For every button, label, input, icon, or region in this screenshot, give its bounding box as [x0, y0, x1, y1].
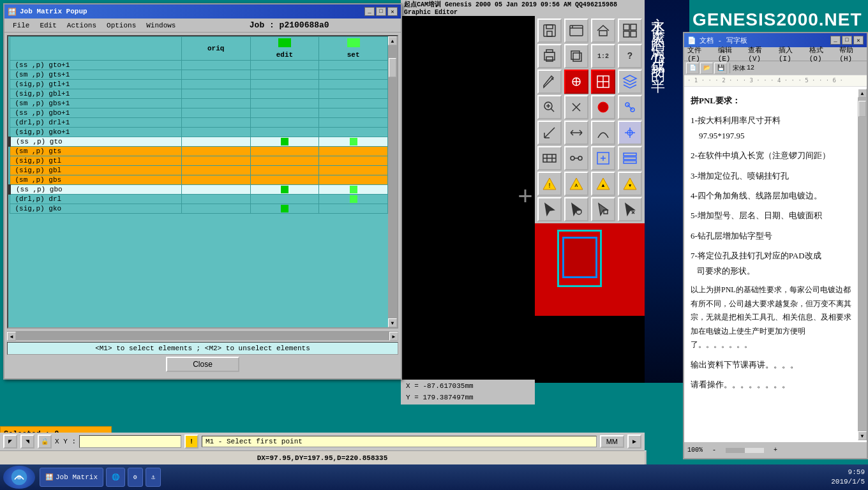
taskbar-btn-app2[interactable]: ⚙ [128, 468, 143, 487]
notepad-scrollbar[interactable]: ▲ ▼ [858, 89, 867, 440]
matrix-vscroll[interactable]: ▲ ▼ [388, 36, 397, 327]
notepad-menu-view[interactable]: 查看(V) [748, 45, 772, 63]
row-data-cell[interactable] [181, 195, 250, 204]
tool-copy[interactable] [564, 44, 588, 68]
tool-matrix[interactable] [537, 146, 562, 170]
tool-help[interactable]: ? [618, 44, 642, 68]
tool-drc2[interactable] [591, 146, 615, 170]
notepad-zoom-minus[interactable]: - [712, 447, 716, 454]
row-data-cell[interactable] [319, 80, 388, 89]
row-data-cell[interactable] [181, 118, 250, 128]
scroll-up-btn[interactable]: ▲ [388, 36, 397, 45]
expand-btn1[interactable]: ◤ [3, 434, 17, 449]
tool-save[interactable] [537, 19, 562, 43]
row-data-cell[interactable] [319, 147, 388, 156]
row-data-cell[interactable] [250, 89, 319, 99]
taskbar-btn-app3[interactable]: ⚓ [146, 468, 161, 487]
expand-right[interactable]: ▶ [627, 434, 641, 449]
taskbar-btn-job[interactable]: 🪟 Job Matrix [40, 468, 103, 487]
menu-edit[interactable]: Edit [34, 20, 61, 31]
hscroll-left[interactable]: ◀ [7, 332, 16, 341]
row-data-cell[interactable] [250, 61, 319, 70]
table-row[interactable]: (sm ,p) gbs [10, 175, 388, 185]
row-data-cell[interactable] [319, 70, 388, 80]
tool-red1[interactable] [564, 70, 588, 94]
row-data-cell[interactable] [181, 89, 250, 99]
row-data-cell[interactable] [250, 70, 319, 80]
row-data-cell[interactable] [319, 204, 388, 214]
notepad-menu-file[interactable]: 文件(F) [687, 45, 712, 63]
tool-angle[interactable] [537, 121, 562, 145]
tool-cursor3[interactable] [591, 197, 615, 221]
row-data-cell[interactable] [250, 195, 319, 204]
notepad-maximize[interactable]: □ [842, 36, 852, 45]
scroll-thumb[interactable] [389, 58, 396, 77]
table-row[interactable]: (sm ,p) gts [10, 147, 388, 156]
notepad-new[interactable]: 📄 [686, 63, 699, 74]
row-data-cell[interactable] [181, 166, 250, 175]
row-data-cell[interactable] [181, 147, 250, 156]
table-row[interactable]: (ss ,p) gbo [10, 185, 388, 195]
row-data-cell[interactable] [250, 156, 319, 166]
row-data-cell[interactable] [181, 108, 250, 118]
row-data-cell[interactable] [319, 108, 388, 118]
row-data-cell[interactable] [181, 137, 250, 147]
tool-cursor2[interactable] [564, 197, 588, 221]
notepad-scroll-down[interactable]: ▼ [858, 431, 867, 440]
row-data-cell[interactable] [250, 166, 319, 175]
tool-pen[interactable] [537, 70, 562, 94]
notepad-scroll-thumb[interactable] [858, 101, 866, 117]
scroll-down-btn[interactable]: ▼ [388, 318, 397, 327]
row-data-cell[interactable] [319, 195, 388, 204]
row-data-cell[interactable] [319, 89, 388, 99]
table-row[interactable]: (sig,p) gbl [10, 166, 388, 175]
row-data-cell[interactable] [319, 118, 388, 128]
row-data-cell[interactable] [250, 99, 319, 108]
menu-actions[interactable]: Actions [62, 20, 101, 31]
matrix-hscroll[interactable]: ◀ ▶ [7, 331, 398, 340]
table-row[interactable]: (ss ,p) gto [10, 137, 388, 147]
tool-layer2[interactable] [618, 146, 642, 170]
tool-arc[interactable] [591, 121, 615, 145]
lock-btn[interactable]: 🔒 [38, 434, 52, 449]
tool-layers[interactable] [618, 70, 642, 94]
row-data-cell[interactable] [181, 204, 250, 214]
tool-select[interactable] [537, 95, 562, 119]
row-data-cell[interactable] [250, 185, 319, 195]
tool-circle-red[interactable] [591, 95, 615, 119]
tool-ratio[interactable]: 1:2 [591, 44, 615, 68]
row-data-cell[interactable] [250, 118, 319, 128]
tool-delete[interactable] [564, 95, 588, 119]
row-data-cell[interactable] [250, 108, 319, 118]
notepad-menu-format[interactable]: 格式(O) [809, 45, 834, 63]
row-data-cell[interactable] [181, 156, 250, 166]
table-row[interactable]: (ss ,p) gto+1 [10, 61, 388, 70]
tool-home[interactable] [591, 19, 615, 43]
expand-btn2[interactable]: ◥ [20, 434, 34, 449]
menu-windows[interactable]: Windows [141, 20, 181, 31]
xy-input[interactable] [79, 435, 181, 448]
row-data-cell[interactable] [250, 204, 319, 214]
tool-open[interactable] [564, 19, 588, 43]
start-button[interactable] [3, 466, 35, 489]
input-warning[interactable]: ! [184, 434, 198, 449]
mm-button[interactable]: MM [600, 435, 624, 448]
menu-options[interactable]: Options [101, 20, 141, 31]
table-row[interactable]: (sig,p) gko [10, 204, 388, 214]
row-data-cell[interactable] [319, 137, 388, 147]
tool-drc[interactable] [618, 121, 642, 145]
table-row[interactable]: (sig,p) gtl+1 [10, 80, 388, 89]
row-data-cell[interactable] [181, 99, 250, 108]
notepad-menu-help[interactable]: 帮助(H) [839, 45, 864, 63]
table-row[interactable]: (sig,p) gtl [10, 156, 388, 166]
row-data-cell[interactable] [250, 175, 319, 185]
row-data-cell[interactable] [181, 175, 250, 185]
table-row[interactable]: (drl,p) drl [10, 195, 388, 204]
row-data-cell[interactable] [319, 175, 388, 185]
row-data-cell[interactable] [181, 61, 250, 70]
tool-measure[interactable] [564, 121, 588, 145]
minimize-btn[interactable]: _ [364, 7, 375, 16]
row-data-cell[interactable] [319, 61, 388, 70]
menu-file[interactable]: File [8, 20, 34, 31]
notepad-open2[interactable]: 📂 [700, 63, 713, 74]
